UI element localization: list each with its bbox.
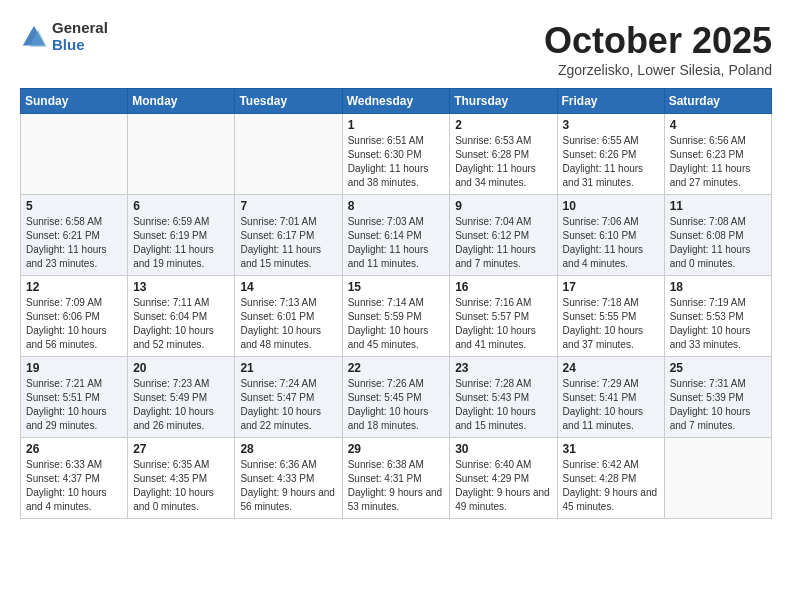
day-info: Sunrise: 6:38 AM Sunset: 4:31 PM Dayligh…	[348, 458, 445, 514]
month-title: October 2025	[544, 20, 772, 62]
day-number: 11	[670, 199, 766, 213]
day-info: Sunrise: 7:16 AM Sunset: 5:57 PM Dayligh…	[455, 296, 551, 352]
logo-text: General Blue	[52, 20, 108, 53]
day-info: Sunrise: 7:28 AM Sunset: 5:43 PM Dayligh…	[455, 377, 551, 433]
weekday-header-thursday: Thursday	[450, 89, 557, 114]
calendar-cell: 17Sunrise: 7:18 AM Sunset: 5:55 PM Dayli…	[557, 276, 664, 357]
calendar-cell: 3Sunrise: 6:55 AM Sunset: 6:26 PM Daylig…	[557, 114, 664, 195]
day-number: 14	[240, 280, 336, 294]
calendar-cell: 27Sunrise: 6:35 AM Sunset: 4:35 PM Dayli…	[128, 438, 235, 519]
day-info: Sunrise: 7:04 AM Sunset: 6:12 PM Dayligh…	[455, 215, 551, 271]
day-info: Sunrise: 6:59 AM Sunset: 6:19 PM Dayligh…	[133, 215, 229, 271]
weekday-header-wednesday: Wednesday	[342, 89, 450, 114]
calendar-cell: 8Sunrise: 7:03 AM Sunset: 6:14 PM Daylig…	[342, 195, 450, 276]
calendar-cell: 1Sunrise: 6:51 AM Sunset: 6:30 PM Daylig…	[342, 114, 450, 195]
day-info: Sunrise: 7:31 AM Sunset: 5:39 PM Dayligh…	[670, 377, 766, 433]
calendar-cell	[128, 114, 235, 195]
day-info: Sunrise: 6:42 AM Sunset: 4:28 PM Dayligh…	[563, 458, 659, 514]
calendar-cell: 10Sunrise: 7:06 AM Sunset: 6:10 PM Dayli…	[557, 195, 664, 276]
logo-blue-text: Blue	[52, 37, 108, 54]
calendar-week-row: 12Sunrise: 7:09 AM Sunset: 6:06 PM Dayli…	[21, 276, 772, 357]
day-number: 6	[133, 199, 229, 213]
day-number: 2	[455, 118, 551, 132]
day-number: 21	[240, 361, 336, 375]
day-number: 31	[563, 442, 659, 456]
calendar-cell: 22Sunrise: 7:26 AM Sunset: 5:45 PM Dayli…	[342, 357, 450, 438]
calendar-cell: 30Sunrise: 6:40 AM Sunset: 4:29 PM Dayli…	[450, 438, 557, 519]
day-info: Sunrise: 7:08 AM Sunset: 6:08 PM Dayligh…	[670, 215, 766, 271]
weekday-header-row: SundayMondayTuesdayWednesdayThursdayFrid…	[21, 89, 772, 114]
calendar-cell: 9Sunrise: 7:04 AM Sunset: 6:12 PM Daylig…	[450, 195, 557, 276]
day-info: Sunrise: 7:23 AM Sunset: 5:49 PM Dayligh…	[133, 377, 229, 433]
calendar-cell: 7Sunrise: 7:01 AM Sunset: 6:17 PM Daylig…	[235, 195, 342, 276]
day-info: Sunrise: 7:13 AM Sunset: 6:01 PM Dayligh…	[240, 296, 336, 352]
calendar-cell: 21Sunrise: 7:24 AM Sunset: 5:47 PM Dayli…	[235, 357, 342, 438]
day-number: 23	[455, 361, 551, 375]
day-number: 15	[348, 280, 445, 294]
day-number: 17	[563, 280, 659, 294]
day-number: 16	[455, 280, 551, 294]
calendar-cell: 20Sunrise: 7:23 AM Sunset: 5:49 PM Dayli…	[128, 357, 235, 438]
day-info: Sunrise: 7:01 AM Sunset: 6:17 PM Dayligh…	[240, 215, 336, 271]
day-info: Sunrise: 6:35 AM Sunset: 4:35 PM Dayligh…	[133, 458, 229, 514]
day-info: Sunrise: 6:56 AM Sunset: 6:23 PM Dayligh…	[670, 134, 766, 190]
calendar-cell	[21, 114, 128, 195]
day-info: Sunrise: 6:51 AM Sunset: 6:30 PM Dayligh…	[348, 134, 445, 190]
calendar-cell: 23Sunrise: 7:28 AM Sunset: 5:43 PM Dayli…	[450, 357, 557, 438]
day-number: 8	[348, 199, 445, 213]
calendar-week-row: 26Sunrise: 6:33 AM Sunset: 4:37 PM Dayli…	[21, 438, 772, 519]
day-info: Sunrise: 6:36 AM Sunset: 4:33 PM Dayligh…	[240, 458, 336, 514]
calendar-cell: 11Sunrise: 7:08 AM Sunset: 6:08 PM Dayli…	[664, 195, 771, 276]
day-info: Sunrise: 7:18 AM Sunset: 5:55 PM Dayligh…	[563, 296, 659, 352]
calendar-cell: 19Sunrise: 7:21 AM Sunset: 5:51 PM Dayli…	[21, 357, 128, 438]
day-number: 1	[348, 118, 445, 132]
calendar-cell	[235, 114, 342, 195]
calendar-cell: 2Sunrise: 6:53 AM Sunset: 6:28 PM Daylig…	[450, 114, 557, 195]
location: Zgorzelisko, Lower Silesia, Poland	[544, 62, 772, 78]
calendar-week-row: 5Sunrise: 6:58 AM Sunset: 6:21 PM Daylig…	[21, 195, 772, 276]
day-number: 9	[455, 199, 551, 213]
day-number: 20	[133, 361, 229, 375]
day-number: 27	[133, 442, 229, 456]
calendar-cell: 14Sunrise: 7:13 AM Sunset: 6:01 PM Dayli…	[235, 276, 342, 357]
day-info: Sunrise: 6:55 AM Sunset: 6:26 PM Dayligh…	[563, 134, 659, 190]
calendar-cell: 12Sunrise: 7:09 AM Sunset: 6:06 PM Dayli…	[21, 276, 128, 357]
calendar-cell: 16Sunrise: 7:16 AM Sunset: 5:57 PM Dayli…	[450, 276, 557, 357]
calendar-cell: 15Sunrise: 7:14 AM Sunset: 5:59 PM Dayli…	[342, 276, 450, 357]
calendar-cell: 13Sunrise: 7:11 AM Sunset: 6:04 PM Dayli…	[128, 276, 235, 357]
day-info: Sunrise: 7:11 AM Sunset: 6:04 PM Dayligh…	[133, 296, 229, 352]
weekday-header-monday: Monday	[128, 89, 235, 114]
day-number: 28	[240, 442, 336, 456]
calendar-cell: 28Sunrise: 6:36 AM Sunset: 4:33 PM Dayli…	[235, 438, 342, 519]
calendar-cell: 29Sunrise: 6:38 AM Sunset: 4:31 PM Dayli…	[342, 438, 450, 519]
weekday-header-friday: Friday	[557, 89, 664, 114]
title-block: October 2025 Zgorzelisko, Lower Silesia,…	[544, 20, 772, 78]
calendar-table: SundayMondayTuesdayWednesdayThursdayFrid…	[20, 88, 772, 519]
day-number: 5	[26, 199, 122, 213]
day-number: 24	[563, 361, 659, 375]
day-info: Sunrise: 7:03 AM Sunset: 6:14 PM Dayligh…	[348, 215, 445, 271]
calendar-cell: 18Sunrise: 7:19 AM Sunset: 5:53 PM Dayli…	[664, 276, 771, 357]
logo: General Blue	[20, 20, 108, 53]
day-info: Sunrise: 6:53 AM Sunset: 6:28 PM Dayligh…	[455, 134, 551, 190]
day-info: Sunrise: 7:29 AM Sunset: 5:41 PM Dayligh…	[563, 377, 659, 433]
day-number: 10	[563, 199, 659, 213]
day-number: 7	[240, 199, 336, 213]
day-info: Sunrise: 7:06 AM Sunset: 6:10 PM Dayligh…	[563, 215, 659, 271]
calendar-cell	[664, 438, 771, 519]
day-number: 18	[670, 280, 766, 294]
day-info: Sunrise: 7:21 AM Sunset: 5:51 PM Dayligh…	[26, 377, 122, 433]
calendar-week-row: 1Sunrise: 6:51 AM Sunset: 6:30 PM Daylig…	[21, 114, 772, 195]
day-number: 29	[348, 442, 445, 456]
day-info: Sunrise: 7:26 AM Sunset: 5:45 PM Dayligh…	[348, 377, 445, 433]
day-number: 19	[26, 361, 122, 375]
weekday-header-sunday: Sunday	[21, 89, 128, 114]
calendar-cell: 5Sunrise: 6:58 AM Sunset: 6:21 PM Daylig…	[21, 195, 128, 276]
day-number: 12	[26, 280, 122, 294]
calendar-cell: 25Sunrise: 7:31 AM Sunset: 5:39 PM Dayli…	[664, 357, 771, 438]
calendar-cell: 26Sunrise: 6:33 AM Sunset: 4:37 PM Dayli…	[21, 438, 128, 519]
day-info: Sunrise: 7:19 AM Sunset: 5:53 PM Dayligh…	[670, 296, 766, 352]
logo-general-text: General	[52, 20, 108, 37]
calendar-cell: 6Sunrise: 6:59 AM Sunset: 6:19 PM Daylig…	[128, 195, 235, 276]
day-number: 3	[563, 118, 659, 132]
